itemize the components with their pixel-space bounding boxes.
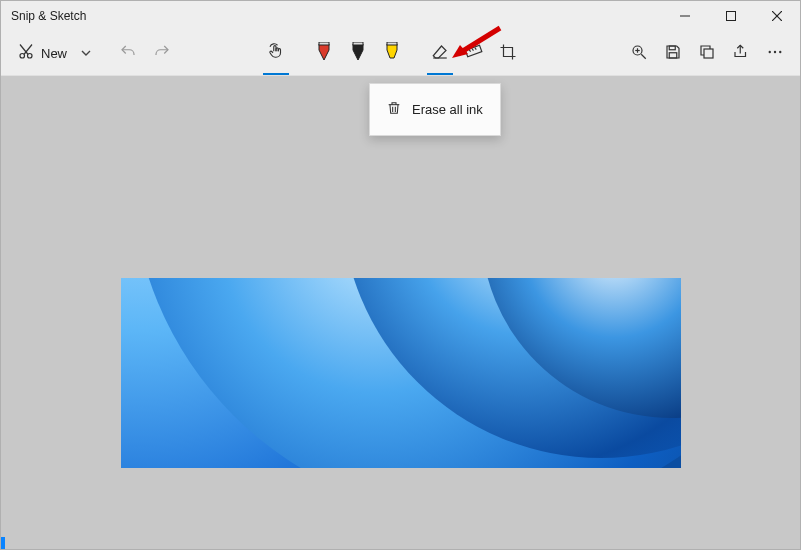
- crop-button[interactable]: [491, 36, 525, 70]
- share-icon: [732, 43, 750, 64]
- svg-line-13: [475, 47, 476, 49]
- svg-line-11: [469, 49, 470, 51]
- canvas-area[interactable]: [1, 76, 800, 549]
- minimize-button[interactable]: [662, 1, 708, 31]
- eraser-menu: Erase all ink: [369, 83, 501, 136]
- chevron-down-icon: [81, 46, 91, 61]
- svg-point-23: [779, 50, 781, 52]
- ruler-button[interactable]: [457, 36, 491, 70]
- pencil-button[interactable]: [341, 36, 375, 70]
- svg-point-5: [28, 53, 33, 58]
- eraser-button[interactable]: [423, 36, 457, 70]
- ballpoint-pen-button[interactable]: [307, 36, 341, 70]
- new-snip-button[interactable]: New: [9, 36, 75, 70]
- svg-rect-18: [669, 46, 675, 50]
- svg-line-12: [472, 48, 473, 50]
- window-title: Snip & Sketch: [11, 9, 86, 23]
- svg-rect-20: [704, 49, 713, 58]
- touch-icon: [267, 43, 285, 64]
- maximize-button[interactable]: [708, 1, 754, 31]
- snip-icon: [17, 43, 35, 64]
- share-button[interactable]: [724, 36, 758, 70]
- copy-button[interactable]: [690, 36, 724, 70]
- close-button[interactable]: [754, 1, 800, 31]
- pen-red-icon: [316, 42, 332, 65]
- copy-icon: [698, 43, 716, 64]
- svg-rect-10: [465, 45, 481, 56]
- window-controls: [662, 1, 800, 31]
- new-label: New: [41, 46, 67, 61]
- accent-bar: [1, 537, 5, 549]
- svg-rect-1: [727, 12, 736, 21]
- app-window: Snip & Sketch New: [0, 0, 801, 550]
- svg-point-4: [20, 53, 25, 58]
- zoom-button[interactable]: [622, 36, 656, 70]
- svg-point-21: [769, 50, 771, 52]
- touch-writing-button[interactable]: [259, 36, 293, 70]
- erase-all-label: Erase all ink: [412, 102, 483, 117]
- svg-rect-6: [319, 42, 329, 45]
- svg-rect-19: [669, 52, 677, 57]
- eraser-icon: [431, 43, 449, 64]
- titlebar: Snip & Sketch: [1, 1, 800, 31]
- save-icon: [664, 43, 682, 64]
- erase-all-ink-menuitem[interactable]: Erase all ink: [370, 92, 500, 127]
- svg-point-22: [774, 50, 776, 52]
- more-icon: [766, 43, 784, 64]
- trash-icon: [386, 100, 402, 119]
- svg-rect-7: [353, 42, 363, 45]
- more-button[interactable]: [758, 36, 792, 70]
- undo-button[interactable]: [111, 36, 145, 70]
- redo-button[interactable]: [145, 36, 179, 70]
- ruler-icon: [465, 43, 483, 64]
- highlighter-button[interactable]: [375, 36, 409, 70]
- redo-icon: [153, 43, 171, 64]
- svg-line-15: [641, 54, 646, 59]
- highlighter-icon: [384, 42, 400, 65]
- pen-black-icon: [350, 42, 366, 65]
- svg-rect-8: [387, 42, 397, 45]
- new-snip-dropdown[interactable]: [75, 36, 97, 70]
- undo-icon: [119, 43, 137, 64]
- crop-icon: [499, 43, 517, 64]
- snip-image: [121, 278, 681, 468]
- save-button[interactable]: [656, 36, 690, 70]
- toolbar: New: [1, 31, 800, 76]
- zoom-icon: [630, 43, 648, 64]
